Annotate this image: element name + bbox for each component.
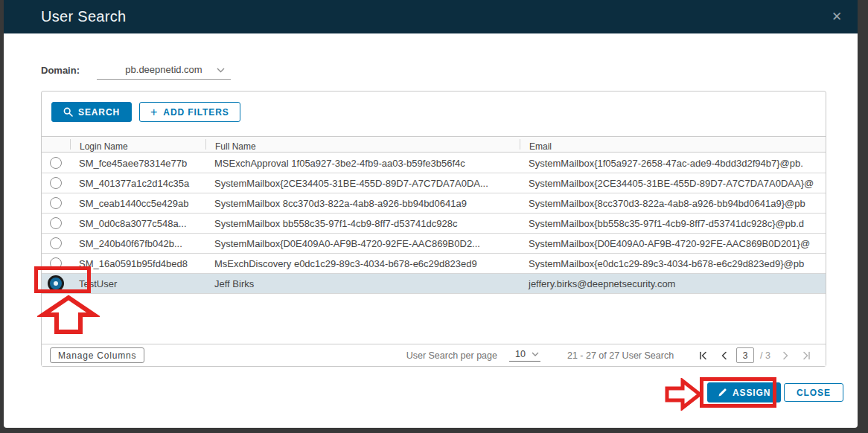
cell-email: jeffery.birks@deepnetsecurity.com — [520, 278, 826, 289]
table-body: SM_fce45aee78314e77b MSExchApproval 1f05… — [42, 153, 826, 294]
cell-full-name: MSExchApproval 1f05a927-3be2-4fb9-aa03-b… — [205, 158, 520, 169]
domain-label: Domain: — [41, 65, 80, 76]
column-header-full-name[interactable]: Full Name — [205, 139, 520, 150]
last-page-icon[interactable] — [797, 347, 815, 364]
per-page-select[interactable]: 10 — [509, 349, 540, 362]
cell-full-name: Jeff Birks — [205, 278, 520, 289]
row-radio-button[interactable] — [50, 197, 62, 209]
cell-full-name: SystemMailbox{2CE34405-31BE-455D-89D7-A7… — [205, 178, 520, 189]
current-page-input[interactable] — [736, 347, 754, 363]
cell-login-name: SM_16a0591b95fd4bed8 — [70, 258, 205, 269]
user-search-dialog: User Search ✕ Domain: pb.deepnetid.com S… — [4, 0, 858, 428]
per-page-label: User Search per page — [406, 350, 497, 361]
search-button-label: SEARCH — [78, 107, 120, 118]
cell-full-name: MsExchDiscovery e0dc1c29-89c3-4034-b678-… — [205, 258, 520, 269]
row-radio-button-selected[interactable] — [48, 275, 64, 292]
cell-full-name: SystemMailbox{D0E409A0-AF9B-4720-92FE-AA… — [205, 238, 520, 249]
result-range-text: 21 - 27 of 27 User Search — [567, 350, 674, 361]
cell-email: SystemMailbox{e0dc1c29-89c3-4034-b678-e6… — [520, 258, 826, 269]
cell-email: SystemMailbox{2CE34405-31BE-455D-89D7-A7… — [520, 178, 826, 189]
table-header: Login Name Full Name Email — [42, 136, 826, 153]
page-total-text: / 3 — [760, 350, 770, 361]
next-page-icon[interactable] — [776, 347, 794, 364]
table-row[interactable]: SM_240b40f67fb042b... SystemMailbox{D0E4… — [42, 234, 826, 254]
radio-column-header — [42, 139, 70, 150]
search-icon — [63, 107, 73, 117]
pagination-area: User Search per page 10 21 - 27 of 27 Us… — [406, 347, 826, 364]
chevron-down-icon — [217, 68, 225, 73]
add-filters-button-label: ADD FILTERS — [163, 107, 229, 118]
table-row[interactable]: SM_401377a1c2d14c35a SystemMailbox{2CE34… — [42, 173, 826, 193]
search-button[interactable]: SEARCH — [51, 102, 132, 122]
assign-button[interactable]: ASSIGN — [707, 382, 781, 402]
cell-login-name: SM_0d0c8a3077c548a... — [70, 218, 205, 229]
table-row[interactable]: SM_fce45aee78314e77b MSExchApproval 1f05… — [42, 153, 826, 173]
close-button-label: CLOSE — [797, 388, 831, 398]
table-footer: Manage Columns User Search per page 10 2… — [42, 344, 826, 366]
cell-login-name: SM_401377a1c2d14c35a — [70, 178, 205, 189]
cell-login-name: SM_ceab1440cc5e429ab — [70, 198, 205, 209]
table-row-selected[interactable]: TestUser Jeff Birks jeffery.birks@deepne… — [42, 274, 826, 294]
column-header-email[interactable]: Email — [520, 139, 826, 150]
search-results-card: SEARCH + ADD FILTERS Login Name Full Nam… — [41, 91, 826, 367]
cell-email: SystemMailbox{bb558c35-97f1-4cb9-8ff7-d5… — [520, 218, 826, 229]
dialog-title: User Search — [41, 0, 126, 33]
pencil-icon — [718, 388, 727, 397]
cell-email: SystemMailbox{8cc370d3-822a-4ab8-a926-bb… — [520, 198, 826, 209]
chevron-down-icon — [532, 352, 539, 356]
search-toolbar: SEARCH + ADD FILTERS — [51, 102, 240, 122]
row-radio-button[interactable] — [50, 257, 62, 269]
cell-full-name: SystemMailbox 8cc370d3-822a-4ab8-a926-bb… — [205, 198, 520, 209]
column-header-login-name[interactable]: Login Name — [70, 139, 205, 150]
row-radio-button[interactable] — [50, 237, 62, 249]
per-page-value: 10 — [515, 349, 526, 359]
add-filters-button[interactable]: + ADD FILTERS — [139, 102, 240, 122]
assign-button-label: ASSIGN — [733, 388, 770, 398]
cell-email: SystemMailbox{D0E409A0-AF9B-4720-92FE-AA… — [520, 238, 826, 249]
cell-full-name: SystemMailbox bb558c35-97f1-4cb9-8ff7-d5… — [205, 218, 520, 229]
manage-columns-button[interactable]: Manage Columns — [50, 347, 144, 363]
domain-select-value: pb.deepnetid.com — [125, 64, 202, 75]
domain-select[interactable]: pb.deepnetid.com — [97, 60, 231, 80]
prev-page-icon[interactable] — [715, 347, 733, 364]
first-page-icon[interactable] — [695, 347, 712, 364]
pager: / 3 — [695, 347, 815, 364]
table-row[interactable]: SM_ceab1440cc5e429ab SystemMailbox 8cc37… — [42, 193, 826, 214]
close-icon[interactable]: ✕ — [828, 8, 846, 26]
row-radio-button[interactable] — [50, 157, 62, 169]
cell-login-name: SM_fce45aee78314e77b — [70, 158, 205, 169]
close-button[interactable]: CLOSE — [784, 383, 843, 402]
plus-icon: + — [150, 106, 158, 118]
dialog-header: User Search ✕ — [4, 0, 858, 33]
cell-login-name: SM_240b40f67fb042b... — [70, 238, 205, 249]
table-row[interactable]: SM_16a0591b95fd4bed8 MsExchDiscovery e0d… — [42, 254, 826, 274]
row-radio-button[interactable] — [50, 217, 62, 229]
cell-login-name: TestUser — [70, 278, 205, 289]
cell-email: SystemMailbox{1f05a927-2658-47ac-ade9-4b… — [520, 158, 826, 169]
row-radio-button[interactable] — [50, 177, 62, 189]
table-row[interactable]: SM_0d0c8a3077c548a... SystemMailbox bb55… — [42, 214, 826, 234]
